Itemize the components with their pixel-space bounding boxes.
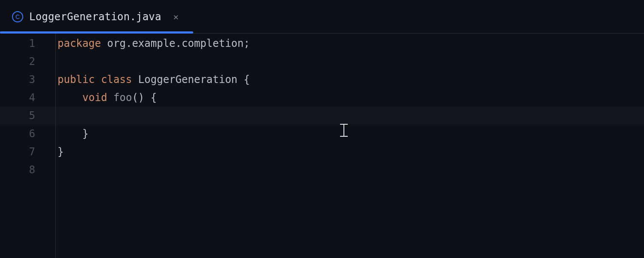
code-area[interactable]: package org.example.completion; public c…: [56, 34, 644, 258]
line-number-gutter: 12345678: [0, 34, 56, 258]
line-number: 3: [0, 71, 56, 89]
code-line[interactable]: [58, 107, 644, 125]
code-line[interactable]: public class LoggerGeneration {: [58, 71, 644, 89]
java-class-icon: C: [12, 11, 23, 22]
line-number: 1: [0, 34, 56, 52]
code-line[interactable]: [58, 52, 644, 71]
code-editor[interactable]: 12345678 package org.example.completion;…: [0, 34, 644, 258]
code-line[interactable]: [58, 161, 644, 179]
code-line[interactable]: void foo() {: [58, 89, 644, 107]
tab-loggergeneration[interactable]: C LoggerGeneration.java ✕: [0, 0, 193, 33]
line-number: 8: [0, 161, 56, 179]
tab-bar: C LoggerGeneration.java ✕: [0, 0, 644, 34]
code-line[interactable]: }: [58, 125, 644, 143]
line-number: 5: [0, 107, 56, 125]
svg-text:C: C: [15, 13, 20, 20]
line-number: 2: [0, 52, 56, 71]
code-line[interactable]: }: [58, 143, 644, 161]
close-icon[interactable]: ✕: [172, 12, 180, 22]
tab-title: LoggerGeneration.java: [29, 11, 161, 23]
line-number: 4: [0, 89, 56, 107]
line-number: 6: [0, 125, 56, 143]
code-line[interactable]: package org.example.completion;: [58, 34, 644, 52]
line-number: 7: [0, 143, 56, 161]
